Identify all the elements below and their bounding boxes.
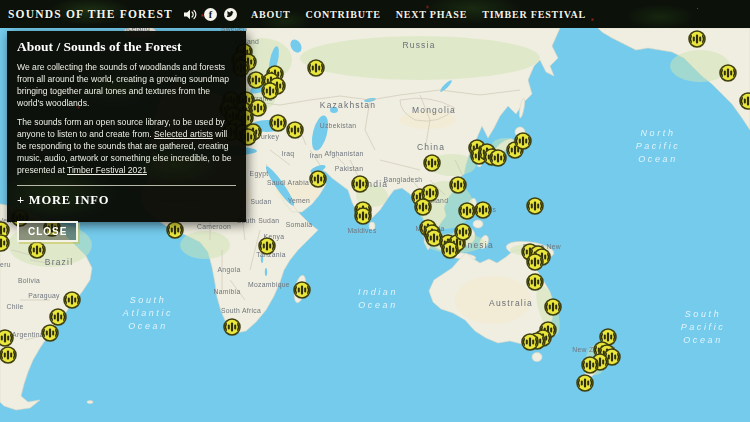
sound-wave-icon xyxy=(497,154,499,163)
facebook-icon[interactable]: f xyxy=(204,8,217,21)
country-label: Sudan xyxy=(250,198,271,205)
sound-marker[interactable] xyxy=(442,242,458,258)
sound-marker[interactable] xyxy=(415,199,431,215)
timber-festival-link[interactable]: Timber Festival 2021 xyxy=(67,165,147,175)
site-header: SOUNDS OF THE FOREST f ABOUT CONTRIBUTE … xyxy=(0,0,750,28)
ocean-label: North xyxy=(640,128,675,138)
sound-marker[interactable] xyxy=(42,325,58,341)
sound-marker[interactable] xyxy=(29,242,45,258)
more-info-button[interactable]: + MORE INFO xyxy=(17,193,236,208)
sound-wave-icon xyxy=(429,189,431,198)
sound-marker[interactable] xyxy=(490,150,506,166)
nav-timber-festival[interactable]: TIMBER FESTIVAL xyxy=(482,9,586,20)
country-label: Peru xyxy=(0,261,11,268)
sound-wave-icon xyxy=(522,137,524,146)
country-label: Iran xyxy=(310,152,323,159)
sound-wave-icon xyxy=(71,296,73,305)
sound-marker[interactable] xyxy=(424,155,440,171)
sound-marker[interactable] xyxy=(545,299,561,315)
sound-wave-icon xyxy=(599,358,601,367)
sound-wave-icon xyxy=(433,234,435,243)
sound-marker[interactable] xyxy=(0,330,13,346)
country-label: Afghanistan xyxy=(324,150,363,158)
sound-marker[interactable] xyxy=(522,334,538,350)
sound-marker[interactable] xyxy=(270,115,286,131)
selected-artists-link[interactable]: Selected artists xyxy=(154,129,213,139)
sound-wave-icon xyxy=(7,351,9,360)
country-label: Egypt xyxy=(250,170,269,178)
sound-marker[interactable] xyxy=(475,202,491,218)
sound-marker[interactable] xyxy=(308,60,324,76)
sound-wave-icon xyxy=(482,206,484,215)
country-label: Uzbekistan xyxy=(320,122,357,129)
nav-about[interactable]: ABOUT xyxy=(251,9,291,20)
sound-wave-icon xyxy=(4,334,6,343)
sound-marker[interactable] xyxy=(352,176,368,192)
sound-wave-icon xyxy=(49,329,51,338)
sound-marker[interactable] xyxy=(50,309,66,325)
sound-marker[interactable] xyxy=(259,238,275,254)
sound-wave-icon xyxy=(247,133,249,142)
sound-marker[interactable] xyxy=(450,177,466,193)
sound-marker[interactable] xyxy=(582,357,598,373)
ocean-label: Ocean xyxy=(128,321,168,331)
sound-marker[interactable] xyxy=(0,347,16,363)
sound-marker[interactable] xyxy=(689,31,705,47)
sound-marker[interactable] xyxy=(224,319,240,335)
country-label: Yemen xyxy=(288,197,310,204)
sound-marker[interactable] xyxy=(248,72,264,88)
sound-marker[interactable] xyxy=(262,83,278,99)
sound-marker[interactable] xyxy=(720,65,736,81)
country-label: Brazil xyxy=(45,257,73,267)
country-label: Saudi Arabia xyxy=(267,179,309,186)
sound-marker[interactable] xyxy=(294,282,310,298)
about-panel-title: About / Sounds of the Forest xyxy=(17,39,236,55)
speaker-icon[interactable] xyxy=(183,8,197,21)
main-nav: ABOUT CONTRIBUTE NEXT PHASE TIMBER FESTI… xyxy=(251,9,586,20)
sound-marker[interactable] xyxy=(577,375,593,391)
country-label: Pakistan xyxy=(335,165,363,172)
sound-wave-icon xyxy=(457,181,459,190)
sound-marker[interactable] xyxy=(287,122,303,138)
ocean-label: Ocean xyxy=(358,300,398,310)
sound-marker[interactable] xyxy=(459,203,475,219)
sound-wave-icon xyxy=(552,303,554,312)
sound-wave-icon xyxy=(534,258,536,267)
panel-divider xyxy=(17,185,236,186)
sound-marker[interactable] xyxy=(740,93,750,109)
sound-wave-icon xyxy=(534,278,536,287)
country-label: Argentina xyxy=(12,331,44,339)
sound-wave-icon xyxy=(422,203,424,212)
sound-wave-icon xyxy=(747,97,749,106)
ocean-label: Pacific xyxy=(636,141,681,151)
site-title: SOUNDS OF THE FOREST xyxy=(8,8,173,20)
sound-wave-icon xyxy=(294,126,296,135)
sound-wave-icon xyxy=(362,212,364,221)
sound-marker[interactable] xyxy=(355,208,371,224)
sound-wave-icon xyxy=(277,119,279,128)
country-label: Angola xyxy=(218,266,241,274)
twitter-icon[interactable] xyxy=(224,8,237,21)
nav-next-phase[interactable]: NEXT PHASE xyxy=(396,9,467,20)
country-label: Bolivia xyxy=(18,277,40,284)
sound-marker[interactable] xyxy=(527,274,543,290)
sound-marker[interactable] xyxy=(0,235,9,251)
sound-wave-icon xyxy=(449,246,451,255)
sound-wave-icon xyxy=(317,175,319,184)
sound-marker[interactable] xyxy=(515,133,531,149)
ocean-label: Ocean xyxy=(638,154,678,164)
sound-marker[interactable] xyxy=(455,224,471,240)
ocean-label: South xyxy=(685,309,722,319)
close-button[interactable]: CLOSE xyxy=(17,221,78,242)
country-label: Chile xyxy=(7,303,24,310)
sound-marker[interactable] xyxy=(64,292,80,308)
sound-wave-icon xyxy=(727,69,729,78)
nav-contribute[interactable]: CONTRIBUTE xyxy=(305,9,380,20)
country-label: Bangladesh xyxy=(384,176,423,184)
sound-marker[interactable] xyxy=(527,198,543,214)
sound-marker[interactable] xyxy=(310,171,326,187)
about-paragraph-2: The sounds form an open source library, … xyxy=(17,116,236,176)
country-label: Australia xyxy=(489,298,533,308)
sound-marker[interactable] xyxy=(527,254,543,270)
sound-wave-icon xyxy=(36,246,38,255)
